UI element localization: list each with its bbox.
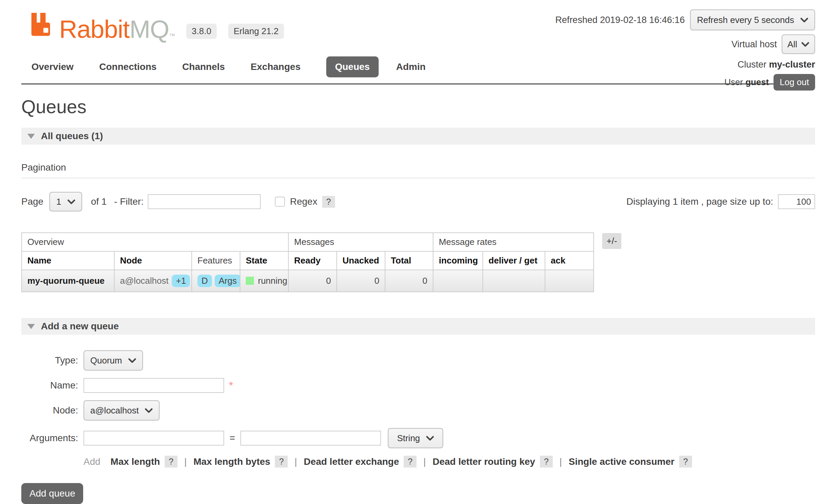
max-length-help-icon[interactable]: ? xyxy=(165,456,177,468)
page-label: Page xyxy=(21,196,43,207)
required-asterisk: * xyxy=(229,379,233,392)
chevron-down-icon xyxy=(145,408,153,413)
dead-letter-exchange-help-icon[interactable]: ? xyxy=(404,456,417,468)
args-feature-badge: Args xyxy=(215,275,240,287)
add-queue-form: Type: Quorum Name: * Node: a@localhost A… xyxy=(21,350,815,448)
refreshed-timestamp: Refreshed 2019-02-18 16:46:16 xyxy=(555,15,685,25)
type-label: Type: xyxy=(21,355,78,366)
shortcut-dead-letter-exchange[interactable]: Dead letter exchange xyxy=(304,456,399,467)
column-header-unacked[interactable]: Unacked xyxy=(337,251,385,270)
tab-exchanges[interactable]: Exchanges xyxy=(251,61,301,72)
add-label: Add xyxy=(84,456,100,467)
virtual-host-select[interactable]: All xyxy=(782,34,815,54)
pagination-controls: Page 1 of 1 - Filter: Regex ? Displaying… xyxy=(21,192,815,211)
column-header-node[interactable]: Node xyxy=(114,251,192,270)
queue-total-cell: 0 xyxy=(385,270,433,292)
user-name: guest xyxy=(745,77,769,87)
separator: | xyxy=(423,456,426,467)
rabbitmq-logo-icon xyxy=(29,10,57,41)
add-queue-section-header[interactable]: Add a new queue xyxy=(21,318,815,335)
user-info: User guest xyxy=(725,77,769,87)
queues-table: Overview Messages Message rates Name Nod… xyxy=(21,232,594,292)
argument-shortcuts: Add Max length ? | Max length bytes ? | … xyxy=(84,456,815,468)
page-number-select[interactable]: 1 xyxy=(49,192,82,211)
tab-queues[interactable]: Queues xyxy=(326,56,379,77)
column-header-features: Features xyxy=(192,251,240,270)
group-messages: Messages xyxy=(288,233,433,251)
tab-overview[interactable]: Overview xyxy=(31,61,74,72)
chevron-down-icon xyxy=(801,42,809,47)
all-queues-section-header[interactable]: All queues (1) xyxy=(21,128,815,145)
equals-sign: = xyxy=(230,433,235,444)
node-label: Node: xyxy=(21,405,78,416)
logout-button[interactable]: Log out xyxy=(774,74,815,91)
table-row: my-quorum-queue a@localhost+1 DArgs runn… xyxy=(22,270,594,292)
column-header-deliver-get[interactable]: deliver / get xyxy=(483,251,545,270)
node-count-badge: +1 xyxy=(172,275,190,287)
chevron-down-icon xyxy=(426,436,434,441)
cluster-name: my-cluster xyxy=(769,59,815,70)
argument-value-input[interactable] xyxy=(240,431,381,446)
max-length-bytes-help-icon[interactable]: ? xyxy=(275,456,288,468)
tab-channels[interactable]: Channels xyxy=(182,61,225,72)
separator: | xyxy=(560,456,562,467)
collapse-triangle-icon xyxy=(27,134,35,139)
pagination-heading: Pagination xyxy=(21,162,815,178)
refresh-interval-select[interactable]: Refresh every 5 seconds xyxy=(690,9,815,30)
add-queue-button[interactable]: Add queue xyxy=(21,483,83,504)
displaying-items-label: Displaying 1 item , page size up to: xyxy=(626,196,773,207)
group-message-rates: Message rates xyxy=(433,233,594,251)
queue-incoming-cell xyxy=(433,270,483,292)
chevron-down-icon xyxy=(800,18,808,23)
queue-state-cell: running xyxy=(240,270,288,292)
chevron-down-icon xyxy=(128,358,136,363)
queue-type-select[interactable]: Quorum xyxy=(84,350,143,371)
running-state-icon xyxy=(246,277,254,285)
name-label: Name: xyxy=(21,380,78,391)
version-badge: 3.8.0 xyxy=(186,24,217,39)
rabbitmq-logo[interactable]: RabbitMQ™ xyxy=(29,10,175,41)
arguments-label: Arguments: xyxy=(21,433,78,444)
column-toggle-button[interactable]: +/- xyxy=(602,233,621,249)
chevron-down-icon xyxy=(67,199,75,204)
page-of-label: of 1 xyxy=(91,196,107,207)
all-queues-section-label: All queues (1) xyxy=(41,131,103,142)
filter-input[interactable] xyxy=(148,194,261,209)
column-header-total[interactable]: Total xyxy=(385,251,433,270)
queue-node-cell: a@localhost+1 xyxy=(114,270,192,292)
column-header-state[interactable]: State xyxy=(240,251,288,270)
collapse-triangle-icon xyxy=(27,324,35,329)
page-title: Queues xyxy=(21,96,831,118)
header: RabbitMQ™ 3.8.0 Erlang 21.2 Refreshed 20… xyxy=(21,0,815,84)
group-overview: Overview xyxy=(22,233,288,251)
erlang-version-badge: Erlang 21.2 xyxy=(228,24,284,39)
table-group-header-row: Overview Messages Message rates xyxy=(22,233,594,251)
queue-unacked-cell: 0 xyxy=(337,270,385,292)
shortcut-max-length-bytes[interactable]: Max length bytes xyxy=(193,456,270,467)
column-header-name[interactable]: Name xyxy=(22,251,114,270)
shortcut-single-active-consumer[interactable]: Single active consumer xyxy=(569,456,674,467)
queue-name-link[interactable]: my-quorum-queue xyxy=(22,270,114,292)
column-header-incoming[interactable]: incoming xyxy=(433,251,483,270)
tab-connections[interactable]: Connections xyxy=(99,61,157,72)
regex-help-icon[interactable]: ? xyxy=(322,196,335,208)
argument-key-input[interactable] xyxy=(84,431,224,446)
queue-name-input[interactable] xyxy=(84,378,224,393)
shortcut-dead-letter-routing-key[interactable]: Dead letter routing key xyxy=(432,456,535,467)
filter-label: - Filter: xyxy=(114,196,144,207)
separator: | xyxy=(184,456,187,467)
single-active-consumer-help-icon[interactable]: ? xyxy=(679,456,692,468)
queue-node-select[interactable]: a@localhost xyxy=(84,400,160,421)
tab-admin[interactable]: Admin xyxy=(396,61,426,72)
queue-features-cell: DArgs xyxy=(192,270,240,292)
column-header-ack[interactable]: ack xyxy=(545,251,594,270)
shortcut-max-length[interactable]: Max length xyxy=(111,456,160,467)
regex-label: Regex xyxy=(290,196,317,207)
dead-letter-routing-key-help-icon[interactable]: ? xyxy=(540,456,553,468)
regex-checkbox[interactable] xyxy=(275,197,285,207)
add-queue-section-label: Add a new queue xyxy=(41,321,119,332)
rabbitmq-logo-text: RabbitMQ™ xyxy=(59,18,175,41)
argument-type-select[interactable]: String xyxy=(388,428,443,448)
page-size-input[interactable] xyxy=(778,194,815,209)
column-header-ready[interactable]: Ready xyxy=(288,251,337,270)
